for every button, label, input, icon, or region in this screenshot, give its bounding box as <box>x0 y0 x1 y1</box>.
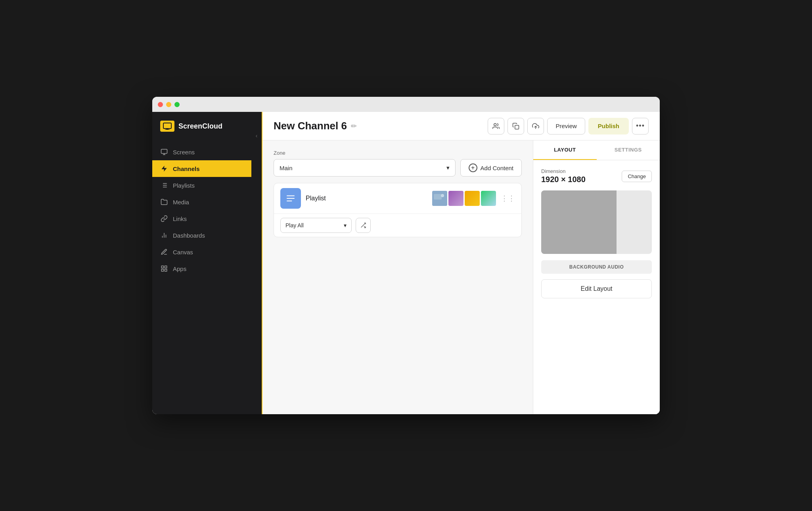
svg-marker-6 <box>161 166 167 172</box>
top-actions: Preview Publish ••• <box>488 118 649 134</box>
add-content-label: Add Content <box>481 165 513 171</box>
sidebar-item-links[interactable]: Links <box>152 210 251 227</box>
edit-layout-button[interactable]: Edit Layout <box>541 279 652 298</box>
sidebar-collapse-tab[interactable]: ‹ <box>251 112 262 414</box>
collapse-button[interactable]: ‹ <box>251 124 262 148</box>
zone-select-dropdown[interactable]: Main ▾ <box>274 159 456 177</box>
sidebar-item-dashboards-label: Dashboards <box>173 232 205 239</box>
sidebar-item-channels-label: Channels <box>173 165 200 172</box>
playlist-row: Playlist ⋮⋮ <box>274 183 521 213</box>
publish-button[interactable]: Publish <box>588 118 629 134</box>
zone-select-chevron: ▾ <box>446 164 450 171</box>
title-bar <box>152 97 660 112</box>
zone-label: Zone <box>274 150 522 156</box>
svg-rect-3 <box>161 149 167 154</box>
add-content-button[interactable]: + Add Content <box>460 159 522 177</box>
sidebar-item-media[interactable]: Media <box>152 194 251 210</box>
thumbnail-2 <box>448 191 463 206</box>
play-mode-dropdown[interactable]: Play All ▾ <box>280 218 352 233</box>
pen-icon <box>160 248 168 256</box>
plus-circle-icon: + <box>469 163 477 172</box>
svg-rect-17 <box>165 266 167 268</box>
svg-rect-1 <box>166 129 169 129</box>
svg-point-20 <box>494 123 496 126</box>
sidebar-item-screens[interactable]: Screens <box>152 144 251 160</box>
playlist-thumbnails <box>432 191 496 206</box>
background-audio-button[interactable]: BACKGROUND AUDIO <box>541 260 652 274</box>
preview-button[interactable]: Preview <box>547 118 585 134</box>
logo-icon <box>160 121 174 132</box>
dimension-info: Dimension 1920 × 1080 <box>541 168 586 184</box>
copy-icon <box>512 123 519 130</box>
apps-icon <box>160 265 168 273</box>
monitor-icon <box>160 148 168 156</box>
svg-rect-16 <box>161 266 163 268</box>
sidebar-item-screens-label: Screens <box>173 149 195 156</box>
bolt-icon <box>160 165 168 173</box>
sidebar-item-channels[interactable]: Channels <box>152 160 251 177</box>
minimize-traffic-light[interactable] <box>166 102 171 107</box>
edit-channel-name-icon[interactable]: ✏ <box>351 122 357 131</box>
panel-tabs: LAYOUT SETTINGS <box>533 140 660 160</box>
channel-name: New Channel 6 <box>274 120 347 132</box>
sidebar-item-dashboards[interactable]: Dashboards <box>152 227 251 244</box>
playlist-card: Playlist ⋮⋮ Play All <box>274 183 522 237</box>
more-options-label: ••• <box>636 122 645 130</box>
shuffle-button[interactable] <box>356 218 371 233</box>
sidebar-item-playlists[interactable]: Playlists <box>152 177 251 194</box>
bar-chart-icon <box>160 231 168 239</box>
svg-rect-21 <box>515 125 519 129</box>
zone-select-value: Main <box>280 165 293 171</box>
dimension-label: Dimension <box>541 168 586 174</box>
sidebar-item-apps[interactable]: Apps <box>152 260 251 277</box>
app-body: ScreenCloud Screens <box>152 112 660 414</box>
sidebar-item-links-label: Links <box>173 215 187 222</box>
logo-text: ScreenCloud <box>178 122 222 131</box>
zone-panel: Zone Main ▾ + Add Content <box>262 140 533 414</box>
thumbnail-4 <box>481 191 496 206</box>
content-area: New Channel 6 ✏ <box>262 112 660 414</box>
svg-rect-0 <box>163 123 171 129</box>
sidebar-item-playlists-label: Playlists <box>173 182 195 189</box>
svg-rect-18 <box>161 269 163 271</box>
assign-screens-button[interactable] <box>488 118 504 134</box>
more-options-button[interactable]: ••• <box>632 118 649 134</box>
play-mode-value: Play All <box>285 222 304 229</box>
layout-preview <box>541 190 652 254</box>
dimension-row: Dimension 1920 × 1080 Change <box>541 168 652 184</box>
playlist-icon-box <box>280 188 301 209</box>
close-traffic-light[interactable] <box>158 102 163 107</box>
right-panel: LAYOUT SETTINGS Dimension 1920 × 1080 Ch… <box>533 140 660 414</box>
upload-button[interactable] <box>527 118 544 134</box>
play-mode-chevron: ▾ <box>344 222 347 229</box>
thumbnail-1 <box>432 191 447 206</box>
sidebar-item-canvas[interactable]: Canvas <box>152 244 251 260</box>
shuffle-icon <box>360 222 366 229</box>
dimension-value: 1920 × 1080 <box>541 175 586 184</box>
top-bar: New Channel 6 ✏ <box>262 112 660 140</box>
users-icon <box>492 123 500 130</box>
playlist-name: Playlist <box>306 195 427 202</box>
maximize-traffic-light[interactable] <box>174 102 180 107</box>
sidebar-item-apps-label: Apps <box>173 265 186 272</box>
folder-icon <box>160 198 168 206</box>
sidebar-item-canvas-label: Canvas <box>173 249 193 256</box>
zone-controls: Main ▾ + Add Content <box>274 159 522 177</box>
duplicate-button[interactable] <box>508 118 524 134</box>
channel-title: New Channel 6 ✏ <box>274 120 357 132</box>
drag-handle-icon[interactable]: ⋮⋮ <box>501 194 515 203</box>
sidebar-logo: ScreenCloud <box>152 112 251 140</box>
thumbnail-3 <box>465 191 480 206</box>
list-icon <box>160 181 168 189</box>
playlist-footer: Play All ▾ <box>274 213 521 237</box>
svg-rect-2 <box>165 129 170 130</box>
playlist-list-icon <box>285 193 296 204</box>
app-window: ScreenCloud Screens <box>152 97 660 414</box>
panel-layout-content: Dimension 1920 × 1080 Change BACKGROUND … <box>533 160 660 414</box>
tab-settings[interactable]: SETTINGS <box>597 140 660 160</box>
layout-preview-main-zone <box>541 190 617 254</box>
tab-layout[interactable]: LAYOUT <box>533 140 597 160</box>
screencloud-logo-svg <box>163 123 172 130</box>
svg-rect-19 <box>165 269 167 271</box>
change-dimension-button[interactable]: Change <box>622 171 652 182</box>
